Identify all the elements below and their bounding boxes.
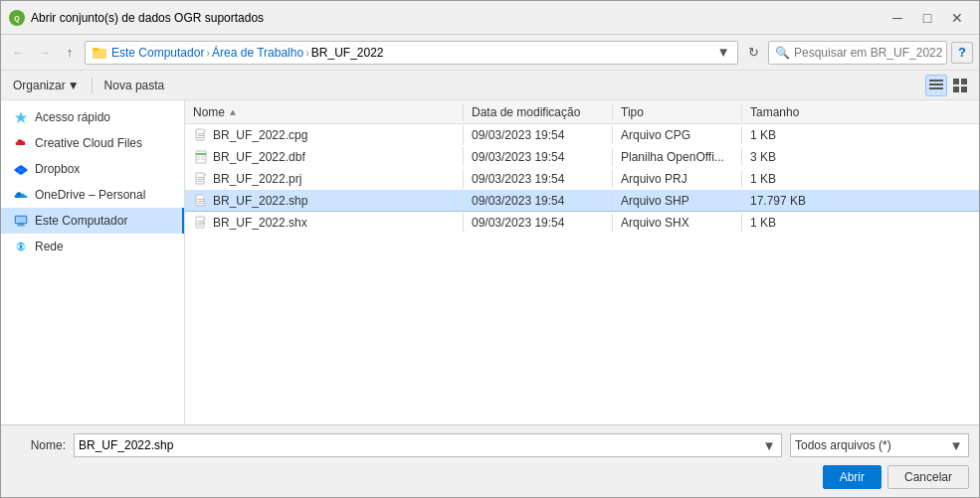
sidebar-item-onedrive[interactable]: OneDrive – Personal [1,182,184,208]
breadcrumb-dropdown-button[interactable]: ▼ [715,41,731,65]
bottom-bar: Nome: ▼ Todos arquivos (*) ▼ Abrir Cance… [1,424,979,497]
svg-rect-32 [196,173,204,184]
svg-rect-24 [198,135,205,136]
table-row[interactable]: BR_UF_2022.cpg 09/03/2023 19:54 Arquivo … [185,124,979,146]
computer-icon [13,213,29,229]
file-type-cell: Arquivo PRJ [613,170,742,188]
title-bar: Q Abrir conjunto(s) de dados OGR suporta… [1,1,979,35]
svg-rect-39 [198,199,205,200]
dialog: Q Abrir conjunto(s) de dados OGR suporta… [0,0,980,498]
file-name: BR_UF_2022.shx [213,216,307,230]
search-input[interactable] [794,46,943,60]
table-row[interactable]: BR_UF_2022.shp 09/03/2023 19:54 Arquivo … [185,190,979,212]
up-button[interactable]: ↑ [59,42,81,64]
sidebar-item-label: Acesso rápido [35,110,110,124]
address-bar: ← → ↑ Este Computador › Área de Trabalho… [1,35,979,71]
filetype-select[interactable]: Todos arquivos (*) ▼ [790,433,969,457]
table-row[interactable]: BR_UF_2022.prj 09/03/2023 19:54 Arquivo … [185,168,979,190]
close-button[interactable]: ✕ [943,8,971,28]
svg-point-20 [20,246,23,249]
breadcrumb-parts: Este Computador › Área de Trabalho › BR_… [111,46,715,60]
table-row[interactable]: BR_UF_2022.dbf 09/03/2023 19:54 Planilha… [185,146,979,168]
sort-indicator: ▲ [228,106,238,117]
action-row: Abrir Cancelar [11,465,969,489]
svg-rect-19 [17,226,25,227]
svg-rect-45 [198,223,205,224]
file-icon [193,171,209,187]
svg-rect-42 [196,217,204,228]
sidebar-item-creative-cloud[interactable]: Creative Cloud Files [1,130,184,156]
sidebar-item-label: OneDrive – Personal [35,188,145,202]
svg-rect-6 [929,87,943,89]
back-button[interactable]: ← [7,42,29,64]
search-box: 🔍 [768,41,947,65]
file-list-area: Nome ▲ Data de modificação Tipo Tamanho … [185,100,979,424]
sidebar-item-network[interactable]: Rede [1,234,184,259]
col-header-date[interactable]: Data de modificação [464,103,613,121]
col-header-name[interactable]: Nome ▲ [185,103,464,121]
filetype-text: Todos arquivos (*) [795,438,948,452]
breadcrumb-part-2[interactable]: Área de Trabalho [212,46,303,60]
svg-rect-23 [198,133,205,134]
organize-button[interactable]: Organizar ▼ [9,77,84,94]
forward-button[interactable]: → [33,42,55,64]
large-view-icon [953,79,967,92]
svg-rect-28 [197,156,200,158]
col-header-type[interactable]: Tipo [613,103,742,121]
svg-rect-38 [203,195,206,198]
view-controls [925,75,971,96]
svg-rect-35 [198,179,205,180]
file-name-cell: BR_UF_2022.cpg [185,125,464,145]
filename-row: Nome: ▼ Todos arquivos (*) ▼ [11,433,969,457]
folder-icon [92,45,107,61]
sidebar-item-label: Este Computador [35,214,127,228]
svg-rect-31 [201,158,205,160]
file-name-cell: BR_UF_2022.dbf [185,147,464,167]
view-details-button[interactable] [925,75,947,96]
file-name: BR_UF_2022.shp [213,194,307,208]
filetype-dropdown-button[interactable]: ▼ [948,433,964,457]
open-button[interactable]: Abrir [823,465,882,489]
svg-rect-43 [203,217,206,220]
breadcrumb-sep-2: › [305,47,309,59]
svg-rect-21 [196,129,204,140]
refresh-button[interactable]: ↻ [742,42,764,64]
svg-rect-33 [203,173,206,176]
sidebar-item-dropbox[interactable]: Dropbox [1,156,184,182]
help-button[interactable]: ? [951,42,973,64]
file-icon [193,149,209,165]
cancel-button[interactable]: Cancelar [887,465,969,489]
breadcrumb-current: BR_UF_2022 [311,46,384,60]
sidebar-item-quick-access[interactable]: Acesso rápido [1,104,184,130]
file-date-cell: 09/03/2023 19:54 [464,148,613,166]
file-date-cell: 09/03/2023 19:54 [464,126,613,144]
new-folder-button[interactable]: Nova pasta [100,77,169,94]
search-icon: 🔍 [775,46,790,60]
network-icon [13,239,29,254]
svg-rect-17 [16,217,26,223]
col-header-size[interactable]: Tamanho [742,103,842,121]
svg-rect-37 [196,195,204,206]
file-size-cell: 1 KB [742,170,842,188]
maximize-button[interactable]: □ [913,8,941,28]
file-date-cell: 09/03/2023 19:54 [464,192,613,210]
details-view-icon [929,79,943,92]
minimize-button[interactable]: ─ [883,8,911,28]
view-large-button[interactable] [949,75,971,96]
file-type-cell: Arquivo SHP [613,192,742,210]
table-row[interactable]: BR_UF_2022.shx 09/03/2023 19:54 Arquivo … [185,212,979,234]
app-icon: Q [9,10,25,26]
svg-rect-40 [198,201,205,202]
sidebar-item-label: Dropbox [35,162,80,176]
file-name: BR_UF_2022.cpg [213,128,307,142]
filename-dropdown-button[interactable]: ▼ [761,433,777,457]
svg-rect-44 [198,221,205,222]
star-icon [13,109,29,125]
breadcrumb-part-1[interactable]: Este Computador [111,46,204,60]
breadcrumb: Este Computador › Área de Trabalho › BR_… [85,41,738,65]
col-date-label: Data de modificação [472,105,580,119]
svg-rect-30 [197,158,200,160]
sidebar-item-computer[interactable]: Este Computador [1,208,184,234]
filename-input[interactable] [79,438,761,452]
file-type-cell: Planilha OpenOffi... [613,148,742,166]
